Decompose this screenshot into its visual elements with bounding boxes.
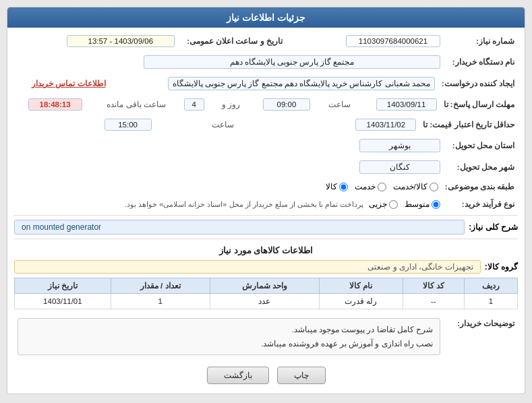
kala-table: ردیف کد کالا نام کالا واحد شمارش تعداد /… xyxy=(14,278,518,309)
sharh-koli-label: شرح کلی نیاز: xyxy=(469,222,518,232)
col-kod: کد کالا xyxy=(403,278,464,294)
group-kala-value: تجهیزات خانگی، اداری و صنعتی xyxy=(14,260,481,274)
shahr-field: کنگان xyxy=(359,160,440,174)
col-tedad: تعداد / مقدار xyxy=(111,278,210,294)
shomare-niaz-value: 1103097684000621 xyxy=(299,33,444,49)
ijad-konande-value: محمد شعبانی کارشناس خرید پالایشگاه دهم م… xyxy=(116,75,438,92)
divider-1 xyxy=(14,215,518,216)
ostan-field: بوشهر xyxy=(359,139,440,152)
table-row: 1--رله قدرتعدد11403/11/01 xyxy=(15,294,518,309)
ostan-label: استان محل تحویل: xyxy=(444,137,518,154)
info-table-row5: حداقل تاریخ اعتبار قیمت: تا 1403/11/02 س… xyxy=(14,117,518,133)
mohlat-roz-field: 4 xyxy=(184,98,204,111)
notes-content: شرح کامل تقاضا در پیوست موجود میباشد. نص… xyxy=(14,313,444,360)
hadaghal-label: حداقل تاریخ اعتبار قیمت: تا xyxy=(419,117,518,133)
ijad-konande-label: ایجاد کننده درخواست: xyxy=(438,75,518,92)
mohlat-roz-label: روز و xyxy=(214,96,244,113)
col-nam: نام کالا xyxy=(319,278,403,294)
info-table-row1: شماره نیاز: 1103097684000621 تاریخ و ساع… xyxy=(14,33,518,49)
hadaghal-time-label: ساعت xyxy=(162,117,237,133)
sharh-koli-value: on mounted generator xyxy=(14,220,465,235)
tabaghe-option-kala-khedmat[interactable]: کالا/خدمت xyxy=(393,182,438,191)
back-button[interactable]: بازگشت xyxy=(207,367,269,384)
hadaghal-time-field: 15:00 xyxy=(105,119,152,131)
info-table-row2: نام دستگاه خریدار: مجتمع گاز پارس جنوبی … xyxy=(14,53,518,71)
info-table-row7: شهر محل تحویل: کنگان xyxy=(14,158,518,176)
divider-2 xyxy=(14,239,518,239)
sharh-koli-row: شرح کلی نیاز: on mounted generator xyxy=(14,220,518,235)
ijad-konande-field: محمد شعبانی کارشناس خرید پالایشگاه دهم م… xyxy=(168,77,435,90)
notes-box: شرح کامل تقاضا در پیوست موجود میباشد. نص… xyxy=(18,318,440,355)
info-table-row9: نوع فرآیند خرید: متوسط جزیی xyxy=(14,197,518,211)
shahr-label: شهر محل تحویل: xyxy=(444,158,518,176)
group-kala-row: گروه کالا: تجهیزات خانگی، اداری و صنعتی xyxy=(14,260,518,274)
print-button[interactable]: چاپ xyxy=(277,367,326,384)
farayand-option-mota[interactable]: متوسط xyxy=(405,199,440,209)
tabaghe-radio-group: کالا/خدمت خدمت کالا xyxy=(18,182,438,191)
mohlat-mande-label: ساعت باقی مانده xyxy=(92,96,169,113)
col-vahed: واحد شمارش xyxy=(210,278,319,294)
shomare-niaz-label: شماره نیاز: xyxy=(444,33,518,49)
button-row: چاپ بازگشت xyxy=(14,367,518,384)
card-header: جزئیات اطلاعات نیاز xyxy=(7,7,525,28)
mohlat-time-label: ساعت xyxy=(320,96,354,113)
farayand-radio-group: متوسط جزیی xyxy=(369,199,440,209)
tabaghe-option-khedmat[interactable]: خدمت xyxy=(355,182,386,191)
notes-table: توضیحات خریدار: شرح کامل تقاضا در پیوست … xyxy=(14,313,518,360)
col-radif: ردیف xyxy=(465,278,518,294)
main-card: جزئیات اطلاعات نیاز شماره نیاز: 11030976… xyxy=(7,7,525,394)
contact-info-link[interactable]: اطلاعات تماس خریدار xyxy=(14,75,109,92)
mohlat-date-value: 1403/09/11 xyxy=(361,96,440,113)
mohlat-mande-field: 18:48:13 xyxy=(28,98,82,111)
notes-label: توضیحات خریدار: xyxy=(444,313,518,360)
info-table-row3: ایجاد کننده درخواست: محمد شعبانی کارشناس… xyxy=(14,75,518,92)
notes-line-1: شرح کامل تقاضا در پیوست موجود میباشد. xyxy=(25,323,433,337)
tarikh-ilan-value: 1403/09/06 - 13:57 xyxy=(14,33,178,49)
nam-dastgah-field: مجتمع گاز پارس جنوبی پالایشگاه دهم xyxy=(144,55,440,69)
shomare-niaz-field: 1103097684000621 xyxy=(346,35,440,47)
info-table-row8: طبقه بندی موضوعی: کالا/خدمت خدمت کالا xyxy=(14,180,518,193)
nam-dastgah-value: مجتمع گاز پارس جنوبی پالایشگاه دهم xyxy=(14,53,444,71)
tarikh-ilan-field: 1403/09/06 - 13:57 xyxy=(67,35,175,47)
kala-info-title: اطلاعات کالاهای مورد نیاز xyxy=(14,243,518,257)
tabaghe-option-kala[interactable]: کالا xyxy=(326,182,348,191)
page-wrapper: جزئیات اطلاعات نیاز شماره نیاز: 11030976… xyxy=(0,0,532,403)
mohlat-date-field: 1403/09/11 xyxy=(376,98,437,111)
farayand-option-jozi[interactable]: جزیی xyxy=(369,199,398,209)
hadaghal-date-field: 1403/11/02 xyxy=(355,119,416,131)
noe-farayand-label: نوع فرآیند خرید: xyxy=(444,197,518,211)
info-table-row4: مهلت ارسال پاسخ: تا 1403/09/11 ساعت 09:0… xyxy=(14,96,518,113)
farayand-row: متوسط جزیی پرداخت تمام با بخشی از مبلغ خ… xyxy=(18,199,440,209)
farayand-note: پرداخت تمام با بخشی از مبلغ خریدار از مح… xyxy=(125,200,363,209)
mohlat-time-field: 09:00 xyxy=(263,98,310,111)
group-kala-label: گروه کالا: xyxy=(485,262,518,272)
info-table-row6: استان محل تحویل: بوشهر xyxy=(14,137,518,154)
page-title: جزئیات اطلاعات نیاز xyxy=(227,12,305,23)
nam-dastgah-label: نام دستگاه خریدار: xyxy=(444,53,518,71)
tabaghe-bandi-label: طبقه بندی موضوعی: xyxy=(442,180,518,193)
tarikh-ilan-label: تاریخ و ساعت اعلان عمومی: xyxy=(178,33,286,49)
col-tarikh: تاریخ نیاز xyxy=(15,278,111,294)
notes-line-2: نصب راه اندازی و آموزش بر عهده فروشنده م… xyxy=(25,337,433,351)
mohlat-ersal-label: مهلت ارسال پاسخ: تا xyxy=(440,96,518,113)
card-body: شماره نیاز: 1103097684000621 تاریخ و ساع… xyxy=(7,28,525,394)
